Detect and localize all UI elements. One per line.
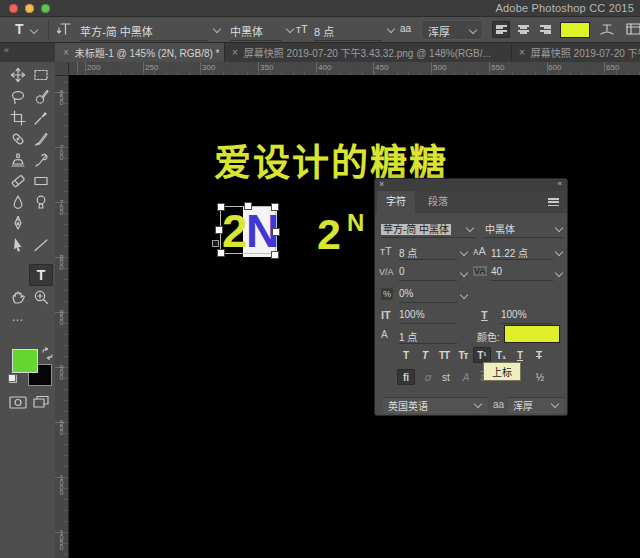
close-tab-icon[interactable]: × (519, 47, 525, 58)
underline-button[interactable]: T (511, 347, 529, 363)
strikethrough-button[interactable]: T (530, 347, 548, 363)
align-left-button[interactable] (492, 21, 510, 38)
panel-collapse-icon[interactable]: « (558, 179, 562, 188)
cp-tracking-chevron-icon[interactable] (555, 269, 563, 277)
tab-paragraph[interactable]: 段落 (419, 191, 457, 213)
document-tab-untitled[interactable]: × 未标题-1 @ 145% (2N, RGB/8) * (55, 43, 225, 62)
close-tab-icon[interactable]: × (232, 47, 238, 58)
transform-handle-top-right[interactable] (271, 203, 279, 211)
text-color-swatch[interactable] (560, 22, 590, 38)
swap-colors-icon[interactable] (41, 347, 54, 360)
default-colors-icon[interactable] (8, 374, 17, 383)
font-size-chevron-icon[interactable] (387, 25, 395, 33)
edit-toolbar-button[interactable]: … (8, 308, 28, 326)
cp-horizontal-scale-field[interactable]: 100% (501, 309, 527, 320)
discretionary-ligatures-button[interactable]: st (437, 369, 455, 385)
cp-font-family-select[interactable]: 苹方-简 中黑体 (381, 221, 451, 236)
cp-kerning-field[interactable]: 0 (399, 266, 405, 277)
reference-point-handle[interactable] (212, 240, 219, 247)
font-family-select[interactable]: 苹方-简 中黑体 (80, 23, 153, 39)
subscript-button[interactable]: T₁ (492, 347, 510, 363)
cp-kerning-chevron-icon[interactable] (460, 269, 468, 277)
cp-tracking-field[interactable]: 40 (491, 266, 502, 277)
blur-tool-button[interactable] (8, 193, 28, 211)
cp-leading-field[interactable]: 11.22 点 (491, 245, 528, 260)
transform-handle-bottom-left[interactable] (217, 249, 225, 257)
ligatures-button[interactable]: fi (397, 369, 415, 385)
clone-stamp-tool-button[interactable] (8, 151, 28, 169)
cp-proportional-spacing-field[interactable]: 0% (399, 288, 413, 299)
cp-font-size-chevron-icon[interactable] (460, 248, 468, 256)
cp-font-style-chevron-icon[interactable] (555, 224, 563, 232)
horizontal-ruler[interactable]: 200 250 300 350 400 450 500 550 600 650 (55, 62, 640, 76)
type-tool-preset-icon[interactable]: T (15, 21, 24, 37)
faux-italic-button[interactable]: T (416, 347, 434, 363)
cp-font-family-chevron-icon[interactable] (466, 224, 474, 232)
transform-handle-mid-right[interactable] (272, 228, 280, 236)
brush-tool-button[interactable] (31, 130, 51, 148)
path-selection-tool-button[interactable] (8, 236, 28, 254)
align-center-button[interactable] (514, 21, 532, 38)
transform-handle-mid-left[interactable] (215, 226, 223, 234)
small-caps-button[interactable]: Tᴛ (454, 347, 472, 363)
eraser-tool-button[interactable] (8, 172, 28, 190)
transform-handle-bottom-right[interactable] (271, 251, 279, 259)
transform-handle-top-mid[interactable] (244, 202, 252, 210)
cp-color-swatch[interactable] (504, 325, 560, 343)
healing-brush-tool-button[interactable] (8, 130, 28, 148)
tool-preset-chevron-icon[interactable] (30, 26, 38, 34)
panel-close-icon[interactable]: × (379, 179, 384, 189)
eyedropper-tool-button[interactable] (31, 109, 51, 127)
cp-font-style-select[interactable]: 中黑体 (485, 221, 515, 236)
faux-bold-button[interactable]: T (397, 347, 415, 363)
superscript-button[interactable]: T¹ (473, 347, 491, 363)
line-tool-button[interactable] (31, 236, 51, 254)
warp-text-icon[interactable] (599, 21, 615, 37)
panel-menu-icon[interactable] (548, 198, 559, 206)
font-size-select[interactable]: 8 点 (314, 23, 334, 39)
cp-vertical-scale-field[interactable]: 100% (399, 309, 425, 320)
dodge-tool-button[interactable] (31, 193, 51, 211)
quick-mask-icon[interactable] (9, 395, 27, 410)
result-text-superscript[interactable]: N (347, 211, 364, 235)
foreground-color-swatch[interactable] (12, 349, 38, 373)
result-text-base[interactable]: 2 (317, 213, 341, 256)
cp-anti-alias-select[interactable]: 浑厚 (508, 397, 564, 412)
swash-button[interactable]: A (457, 369, 475, 385)
history-brush-tool-button[interactable] (31, 151, 51, 169)
pen-tool-button[interactable] (8, 214, 28, 232)
cp-leading-chevron-icon[interactable] (555, 248, 563, 256)
crop-tool-button[interactable] (8, 109, 28, 127)
text-orientation-toggle-icon[interactable] (57, 21, 73, 37)
toggle-panels-icon[interactable] (626, 21, 640, 37)
hand-tool-button[interactable] (8, 288, 28, 306)
transform-handle-top-left[interactable] (217, 203, 225, 211)
all-caps-button[interactable]: TT (435, 347, 453, 363)
font-style-chevron-icon[interactable] (286, 25, 294, 33)
lasso-tool-button[interactable] (8, 88, 28, 106)
close-tab-icon[interactable]: × (63, 47, 69, 58)
align-right-button[interactable] (536, 21, 554, 38)
marquee-tool-button[interactable] (31, 66, 51, 84)
toolbar-collapse-icon[interactable]: « (4, 45, 9, 55)
cp-baseline-shift-field[interactable]: 1 点 (399, 329, 417, 344)
vertical-ruler[interactable]: 650 700 750 800 850 900 950 1000 1050 (55, 75, 69, 558)
edit-text-base[interactable]: 2 (222, 208, 248, 254)
screen-mode-icon[interactable] (33, 395, 50, 410)
cp-proportional-spacing-chevron-icon[interactable] (460, 291, 468, 299)
document-tab-screenshot-1[interactable]: × 屏幕快照 2019-07-20 下午3.43.32.png @ 148%(R… (224, 43, 512, 62)
cp-font-size-field[interactable]: 8 点 (399, 245, 417, 260)
font-style-select[interactable]: 中黑体 (230, 23, 263, 39)
cp-language-select[interactable]: 英国英语 (383, 397, 488, 412)
zoom-tool-button[interactable] (31, 288, 51, 306)
contextual-alternates-button[interactable]: ơ (419, 369, 437, 385)
move-tool-button[interactable] (8, 66, 28, 84)
anti-alias-select[interactable]: 浑厚 (421, 20, 483, 40)
type-tool-button[interactable]: T (31, 266, 51, 284)
minimize-window-button[interactable] (25, 4, 34, 13)
close-window-button[interactable] (9, 4, 18, 13)
gradient-tool-button[interactable] (31, 172, 51, 190)
quick-selection-tool-button[interactable] (31, 88, 51, 106)
font-family-chevron-icon[interactable] (213, 25, 221, 33)
zoom-window-button[interactable] (41, 4, 50, 13)
